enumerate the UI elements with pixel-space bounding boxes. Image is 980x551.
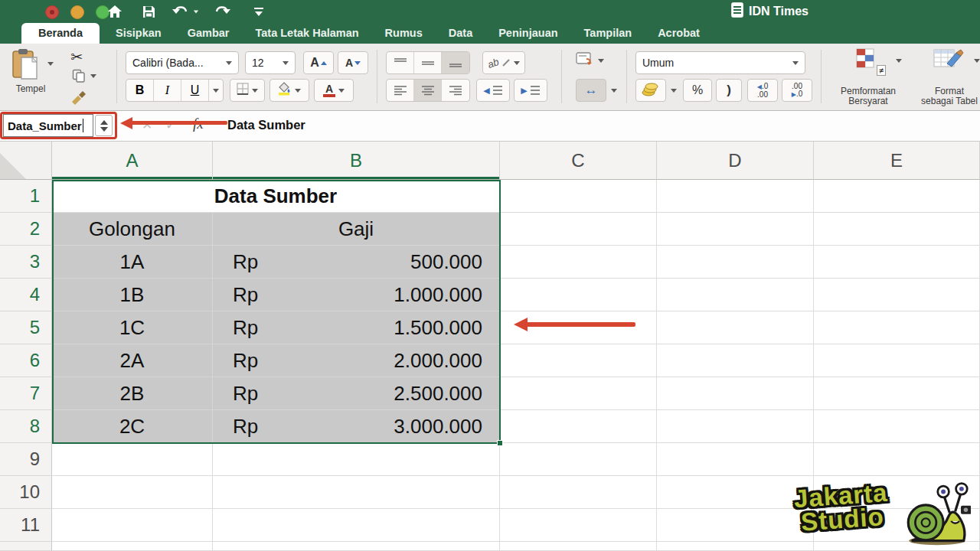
- paste-dropdown-icon[interactable]: [47, 62, 54, 66]
- undo-dropdown-icon[interactable]: [191, 3, 201, 20]
- cell[interactable]: [814, 377, 980, 410]
- cell[interactable]: [500, 509, 657, 542]
- cell-golongan[interactable]: 2A: [52, 344, 213, 377]
- tab-acrobat[interactable]: Acrobat: [645, 24, 713, 44]
- row-header-11[interactable]: 11: [0, 509, 52, 542]
- italic-button[interactable]: I: [154, 80, 181, 101]
- cell[interactable]: [814, 410, 980, 443]
- cell[interactable]: [657, 213, 814, 246]
- align-left-button[interactable]: [387, 80, 414, 101]
- number-format-select[interactable]: Umum: [635, 51, 805, 74]
- cell-gaji[interactable]: Rp 1.500.000: [213, 311, 500, 344]
- borders-button[interactable]: [230, 79, 265, 102]
- align-center-button[interactable]: [414, 80, 442, 101]
- align-top-button[interactable]: [387, 52, 414, 73]
- tab-beranda[interactable]: Beranda: [21, 23, 100, 44]
- close-window-button[interactable]: [45, 5, 59, 19]
- cell[interactable]: [213, 476, 500, 509]
- font-color-button[interactable]: A: [314, 79, 354, 102]
- cancel-icon[interactable]: ✕: [142, 117, 152, 133]
- collapse-ribbon-icon[interactable]: [250, 3, 268, 20]
- cell[interactable]: [814, 279, 980, 311]
- currency-dropdown-icon[interactable]: [671, 89, 677, 93]
- cell[interactable]: [213, 509, 500, 542]
- conditional-formatting-button[interactable]: ≠: [838, 48, 899, 74]
- bold-button[interactable]: B: [126, 80, 154, 101]
- cell[interactable]: [657, 311, 814, 344]
- row-header-2[interactable]: 2: [0, 213, 52, 246]
- cell[interactable]: [657, 410, 814, 443]
- increase-indent-button[interactable]: ▶: [514, 79, 547, 102]
- column-header-b[interactable]: B: [213, 142, 500, 180]
- cell[interactable]: [657, 246, 814, 279]
- row-header-7[interactable]: 7: [0, 377, 52, 410]
- cell[interactable]: [52, 476, 213, 509]
- cell-b2-gaji-header[interactable]: Gaji: [213, 213, 500, 246]
- cell-golongan[interactable]: 1C: [52, 311, 213, 344]
- tab-peninjauan[interactable]: Peninjauan: [485, 24, 570, 44]
- align-bottom-button[interactable]: [442, 52, 469, 73]
- tab-rumus[interactable]: Rumus: [372, 24, 436, 44]
- cell-a2-golongan-header[interactable]: Golongan: [52, 213, 213, 246]
- format-as-table-button[interactable]: [922, 48, 975, 74]
- cell[interactable]: [500, 377, 657, 410]
- cell-golongan[interactable]: 2C: [52, 410, 213, 443]
- name-box-spinner[interactable]: [95, 115, 113, 136]
- cell[interactable]: [814, 213, 980, 246]
- cell-golongan[interactable]: 2B: [52, 377, 213, 410]
- align-middle-button[interactable]: [414, 52, 442, 73]
- shrink-font-button[interactable]: A: [338, 51, 368, 74]
- cell[interactable]: [500, 213, 657, 246]
- row-header-8[interactable]: 8: [0, 410, 52, 443]
- tab-sisipkan[interactable]: Sisipkan: [103, 24, 175, 44]
- font-size-select[interactable]: 12: [245, 51, 296, 74]
- tab-tampilan[interactable]: Tampilan: [571, 24, 645, 44]
- currency-format-button[interactable]: [635, 79, 666, 102]
- cut-button[interactable]: ✂: [70, 48, 83, 66]
- cell-gaji[interactable]: Rp 2.500.000: [213, 377, 500, 410]
- align-right-button[interactable]: [442, 80, 469, 101]
- row-header-9[interactable]: 9: [0, 443, 52, 476]
- format-painter-button[interactable]: [70, 90, 87, 108]
- column-header-d[interactable]: D: [657, 142, 814, 180]
- cell[interactable]: [657, 279, 814, 311]
- column-header-e[interactable]: E: [814, 142, 980, 180]
- percent-button[interactable]: %: [683, 79, 712, 102]
- underline-button[interactable]: U: [181, 80, 209, 101]
- row-header-4[interactable]: 4: [0, 279, 52, 311]
- cell[interactable]: [657, 344, 814, 377]
- decrease-decimal-button[interactable]: ◀.0 .00: [747, 79, 778, 102]
- increase-decimal-button[interactable]: .00 ▶.0: [782, 79, 812, 102]
- cell-golongan[interactable]: 1A: [52, 246, 213, 279]
- column-header-c[interactable]: C: [500, 142, 657, 180]
- cell[interactable]: [814, 443, 980, 476]
- copy-button[interactable]: [72, 69, 86, 86]
- cell-gaji[interactable]: Rp 2.000.000: [213, 344, 500, 377]
- cell[interactable]: [52, 509, 213, 542]
- cell[interactable]: [500, 180, 657, 213]
- cell[interactable]: [814, 180, 980, 213]
- save-icon[interactable]: [139, 3, 158, 20]
- grow-font-button[interactable]: A: [303, 51, 334, 74]
- confirm-icon[interactable]: ✓: [165, 117, 176, 133]
- orientation-button[interactable]: ab: [482, 51, 525, 74]
- redo-icon[interactable]: [213, 3, 231, 20]
- cell[interactable]: [814, 311, 980, 344]
- select-all-corner[interactable]: [0, 142, 52, 180]
- cell[interactable]: [213, 443, 500, 476]
- tab-gambar[interactable]: Gambar: [175, 24, 243, 44]
- row-header-1[interactable]: 1: [0, 180, 52, 213]
- cell-a1-title[interactable]: Data Sumber: [52, 180, 500, 213]
- fill-handle[interactable]: [497, 440, 503, 446]
- row-header-6[interactable]: 6: [0, 344, 52, 377]
- merge-center-button[interactable]: ↔: [576, 79, 606, 102]
- row-header-10[interactable]: 10: [0, 476, 52, 509]
- minimize-window-button[interactable]: [70, 5, 84, 19]
- cell[interactable]: [500, 443, 657, 476]
- cell-gaji[interactable]: Rp 3.000.000: [213, 410, 500, 443]
- cell[interactable]: [657, 377, 814, 410]
- wrap-text-button[interactable]: [576, 51, 604, 70]
- row-header-3[interactable]: 3: [0, 246, 52, 279]
- paste-button[interactable]: [11, 48, 40, 83]
- undo-icon[interactable]: [172, 3, 190, 20]
